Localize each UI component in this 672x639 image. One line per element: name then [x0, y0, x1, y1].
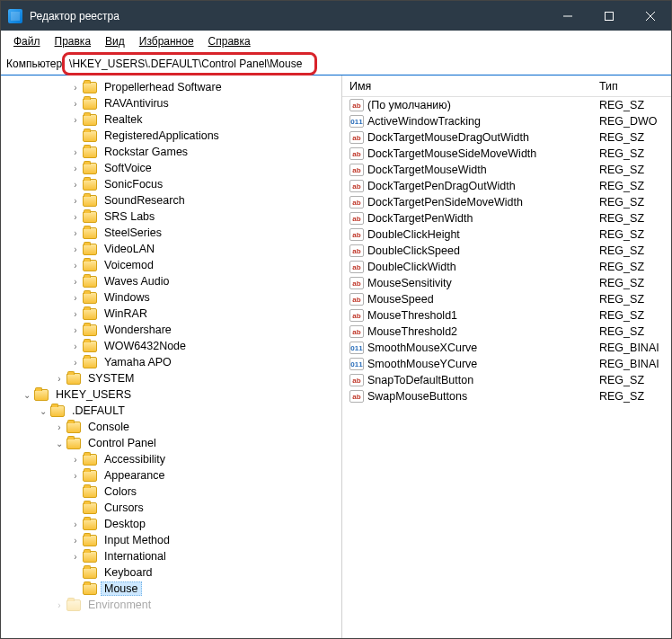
maximize-button[interactable]: [588, 1, 630, 31]
tree-node[interactable]: ›WinRAR: [4, 306, 341, 322]
tree-node[interactable]: RegisteredApplications: [4, 128, 341, 144]
value-row[interactable]: abDoubleClickSpeedREG_SZ: [342, 243, 671, 259]
value-row[interactable]: abMouseSpeedREG_SZ: [342, 291, 671, 307]
chevron-right-icon[interactable]: ›: [69, 471, 82, 481]
value-row[interactable]: abDockTargetMouseWidthREG_SZ: [342, 162, 671, 178]
tree-node[interactable]: Mouse: [4, 581, 341, 597]
menu-help[interactable]: Справка: [201, 33, 258, 49]
value-row[interactable]: ab(По умолчанию)REG_SZ: [342, 97, 671, 113]
tree-node[interactable]: Cursors: [4, 500, 341, 516]
tree-node[interactable]: ⌄.DEFAULT: [4, 403, 341, 419]
chevron-right-icon[interactable]: ›: [69, 293, 82, 303]
chevron-right-icon[interactable]: ›: [69, 342, 82, 351]
tree-node[interactable]: ›Rockstar Games: [4, 144, 341, 160]
chevron-right-icon[interactable]: ›: [69, 228, 82, 238]
chevron-right-icon[interactable]: ›: [69, 115, 82, 125]
value-row[interactable]: abSwapMouseButtonsREG_SZ: [342, 388, 671, 404]
chevron-right-icon[interactable]: ›: [69, 212, 82, 222]
minimize-button[interactable]: [547, 1, 588, 31]
value-row[interactable]: abMouseThreshold2REG_SZ: [342, 324, 671, 340]
value-row[interactable]: abDockTargetMouseSideMoveWidthREG_SZ: [342, 146, 671, 162]
tree-pane[interactable]: ›Propellerhead Software›RAVAntivirus›Rea…: [1, 75, 342, 638]
value-name: SnapToDefaultButton: [367, 374, 473, 386]
value-row[interactable]: abDoubleClickWidthREG_SZ: [342, 259, 671, 275]
chevron-right-icon[interactable]: ›: [69, 519, 82, 529]
tree-node[interactable]: ›Realtek: [4, 111, 341, 128]
chevron-right-icon[interactable]: ›: [69, 261, 82, 271]
chevron-right-icon[interactable]: ›: [69, 99, 82, 109]
tree-node[interactable]: ›SoftVoice: [4, 160, 341, 176]
chevron-right-icon[interactable]: ›: [69, 552, 82, 562]
values-pane[interactable]: Имя Тип ab(По умолчанию)REG_SZ011ActiveW…: [342, 75, 671, 638]
value-row[interactable]: 011SmoothMouseYCurveREG_BINAI: [342, 356, 671, 372]
tree-node[interactable]: ›SonicFocus: [4, 176, 341, 192]
chevron-right-icon[interactable]: ›: [69, 309, 82, 319]
menu-view[interactable]: Вид: [98, 33, 132, 49]
column-type[interactable]: Тип: [599, 80, 671, 93]
column-name[interactable]: Имя: [342, 80, 599, 93]
tree-node[interactable]: ›Appearance: [4, 467, 341, 484]
chevron-right-icon[interactable]: ›: [69, 196, 82, 206]
tree-node[interactable]: ›Yamaha APO: [4, 354, 341, 370]
tree-node[interactable]: ›Environment: [4, 597, 341, 613]
close-button[interactable]: [630, 1, 671, 31]
tree-node[interactable]: ›Wondershare: [4, 322, 341, 338]
chevron-down-icon[interactable]: ⌄: [37, 406, 49, 416]
string-value-icon: ab: [349, 196, 364, 209]
tree-node[interactable]: ›Voicemod: [4, 257, 341, 273]
value-row[interactable]: abDockTargetPenDragOutWidthREG_SZ: [342, 178, 671, 194]
chevron-down-icon[interactable]: ⌄: [53, 439, 66, 448]
tree-node[interactable]: ›VideoLAN: [4, 241, 341, 257]
tree-node[interactable]: Colors: [4, 484, 341, 500]
tree-node[interactable]: ›SoundResearch: [4, 192, 341, 209]
chevron-right-icon[interactable]: ›: [69, 83, 82, 93]
value-type: REG_SZ: [599, 164, 671, 176]
tree-node[interactable]: ›WOW6432Node: [4, 338, 341, 354]
address-label: Компьютер: [6, 58, 62, 70]
value-row[interactable]: abSnapToDefaultButtonREG_SZ: [342, 372, 671, 388]
chevron-right-icon[interactable]: ›: [53, 374, 66, 384]
value-row[interactable]: 011SmoothMouseXCurveREG_BINAI: [342, 340, 671, 356]
value-row[interactable]: 011ActiveWindowTrackingREG_DWO: [342, 113, 671, 129]
menu-file[interactable]: Файл: [6, 33, 48, 49]
tree-node[interactable]: Keyboard: [4, 564, 341, 581]
tree-node[interactable]: ›SteelSeries: [4, 225, 341, 241]
tree-node[interactable]: ⌄HKEY_USERS: [4, 386, 341, 403]
tree-node[interactable]: ›International: [4, 548, 341, 564]
value-row[interactable]: abDockTargetPenSideMoveWidthREG_SZ: [342, 194, 671, 210]
tree-node[interactable]: ›SRS Labs: [4, 209, 341, 225]
chevron-right-icon[interactable]: ›: [69, 244, 82, 254]
chevron-right-icon[interactable]: ›: [69, 164, 82, 173]
chevron-right-icon[interactable]: ›: [69, 455, 82, 465]
chevron-right-icon[interactable]: ›: [69, 277, 82, 287]
menu-favorites[interactable]: Избранное: [132, 33, 201, 49]
value-row[interactable]: abDockTargetPenWidthREG_SZ: [342, 210, 671, 226]
value-row[interactable]: abMouseThreshold1REG_SZ: [342, 307, 671, 324]
tree-node[interactable]: ›Input Method: [4, 532, 341, 548]
address-input[interactable]: [66, 56, 310, 72]
tree-node[interactable]: ›Accessibility: [4, 451, 341, 467]
tree-node[interactable]: ›Propellerhead Software: [4, 79, 341, 95]
tree-node[interactable]: ›SYSTEM: [4, 370, 341, 386]
tree-node[interactable]: ›Windows: [4, 289, 341, 306]
tree-node[interactable]: ⌄Control Panel: [4, 435, 341, 451]
chevron-right-icon[interactable]: ›: [69, 180, 82, 190]
chevron-right-icon[interactable]: ›: [69, 325, 82, 335]
chevron-right-icon[interactable]: ›: [69, 536, 82, 546]
value-row[interactable]: abDoubleClickHeightREG_SZ: [342, 226, 671, 243]
chevron-right-icon[interactable]: ›: [69, 147, 82, 157]
chevron-down-icon[interactable]: ⌄: [21, 390, 33, 400]
chevron-right-icon[interactable]: ›: [53, 600, 66, 610]
chevron-right-icon[interactable]: ›: [69, 358, 82, 368]
tree-node[interactable]: ›Waves Audio: [4, 273, 341, 289]
tree-node[interactable]: ›RAVAntivirus: [4, 95, 341, 111]
value-row[interactable]: abDockTargetMouseDragOutWidthREG_SZ: [342, 129, 671, 146]
tree-node[interactable]: ›Console: [4, 419, 341, 435]
value-type: REG_SZ: [599, 228, 671, 241]
tree-node-label: SoftVoice: [101, 162, 155, 174]
menu-edit[interactable]: Правка: [48, 33, 99, 49]
tree-node[interactable]: ›Desktop: [4, 516, 341, 532]
chevron-right-icon[interactable]: ›: [53, 422, 66, 432]
titlebar[interactable]: Редактор реестра: [1, 1, 671, 31]
value-row[interactable]: abMouseSensitivityREG_SZ: [342, 275, 671, 291]
